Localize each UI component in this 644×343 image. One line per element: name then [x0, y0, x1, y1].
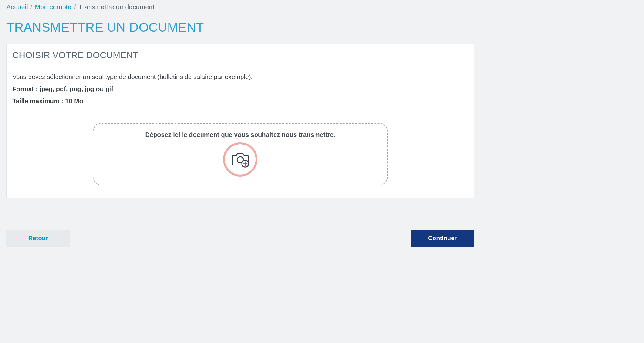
camera-plus-icon — [230, 150, 250, 169]
breadcrumb-account-link[interactable]: Mon compte — [35, 3, 72, 11]
instruction-format: Format : jpeg, pdf, png, jpg ou gif — [12, 83, 468, 95]
file-dropzone[interactable]: Déposez ici le document que vous souhait… — [93, 123, 388, 185]
document-card: CHOISIR VOTRE DOCUMENT Vous devez sélect… — [6, 44, 474, 198]
upload-icon-button[interactable] — [223, 142, 257, 177]
page-title: TRANSMETTRE UN DOCUMENT — [0, 14, 475, 44]
continue-button[interactable]: Continuer — [411, 230, 474, 247]
card-header: CHOISIR VOTRE DOCUMENT — [7, 44, 474, 65]
breadcrumb-separator: / — [74, 3, 76, 11]
back-button[interactable]: Retour — [6, 230, 70, 247]
breadcrumb-current: Transmettre un document — [78, 3, 155, 11]
card-body: Vous devez sélectionner un seul type de … — [7, 65, 474, 198]
dropzone-text: Déposez ici le document que vous souhait… — [100, 131, 381, 138]
instruction-maxsize: Taille maximum : 10 Mo — [12, 95, 468, 107]
breadcrumb: Accueil / Mon compte / Transmettre un do… — [0, 0, 475, 14]
instructions: Vous devez sélectionner un seul type de … — [12, 71, 468, 107]
breadcrumb-separator: / — [30, 3, 32, 11]
action-bar: Retour Continuer — [0, 201, 475, 253]
breadcrumb-home-link[interactable]: Accueil — [6, 3, 28, 11]
instruction-line: Vous devez sélectionner un seul type de … — [12, 73, 253, 80]
